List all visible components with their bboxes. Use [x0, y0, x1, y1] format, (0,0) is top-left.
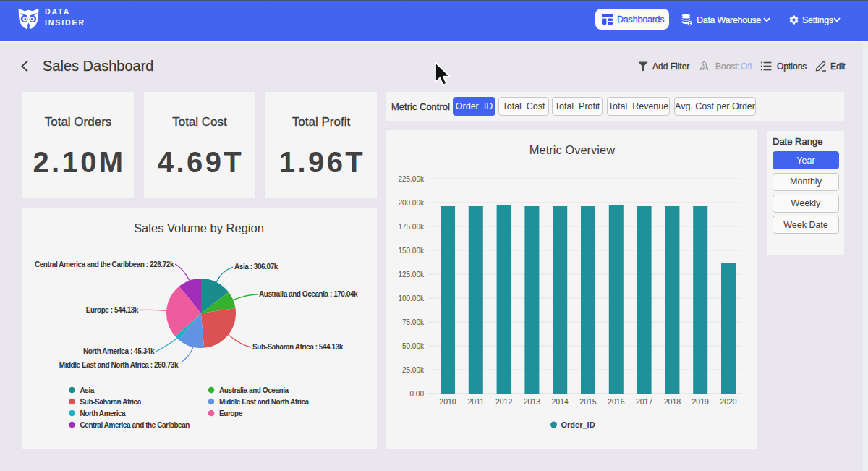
svg-text:Australia and Oceania: Australia and Oceania [219, 386, 289, 394]
svg-text:0.00: 0.00 [410, 390, 425, 398]
svg-text:2019: 2019 [692, 397, 710, 406]
svg-text:2018: 2018 [664, 397, 681, 406]
svg-text:Central America and the Caribb: Central America and the Caribbean : 226.… [35, 260, 174, 268]
svg-text:2020: 2020 [720, 397, 737, 406]
svg-text:2012: 2012 [495, 397, 513, 406]
svg-text:Asia: Asia [80, 386, 95, 394]
svg-text:2010: 2010 [439, 397, 456, 406]
svg-text:75.00k: 75.00k [402, 318, 425, 326]
svg-text:Europe: Europe [219, 410, 243, 417]
svg-text:Middle East and North Africa :: Middle East and North Africa : 260.73k [59, 361, 179, 369]
svg-text:Asia : 306.07k: Asia : 306.07k [234, 263, 278, 271]
svg-text:2017: 2017 [636, 397, 653, 406]
svg-text:150.00k: 150.00k [398, 247, 425, 255]
svg-text:Sales Volume by Region: Sales Volume by Region [134, 221, 264, 234]
svg-text:200.00k: 200.00k [398, 199, 425, 207]
svg-text:North America : 45.34k: North America : 45.34k [83, 347, 155, 355]
svg-text:2011: 2011 [468, 397, 485, 406]
svg-text:Metric Overview: Metric Overview [529, 143, 615, 156]
svg-text:175.00k: 175.00k [398, 223, 425, 231]
svg-text:225.00k: 225.00k [398, 175, 425, 183]
svg-text:Central America and the Caribb: Central America and the Caribbean [80, 421, 190, 429]
svg-text:Middle East and North Africa: Middle East and North Africa [219, 398, 310, 406]
svg-text:Order_ID: Order_ID [561, 420, 595, 429]
svg-text:North America: North America [80, 410, 127, 417]
svg-text:Europe : 544.13k: Europe : 544.13k [86, 306, 139, 314]
svg-text:125.00k: 125.00k [398, 271, 425, 279]
svg-text:Sub-Saharan Africa : 544.13k: Sub-Saharan Africa : 544.13k [252, 343, 344, 351]
svg-text:2015: 2015 [579, 397, 597, 406]
svg-text:2016: 2016 [608, 397, 625, 406]
svg-text:25.00k: 25.00k [402, 366, 425, 374]
svg-text:50.00k: 50.00k [402, 342, 425, 350]
svg-text:Sub-Saharan Africa: Sub-Saharan Africa [80, 398, 142, 406]
svg-text:2014: 2014 [552, 397, 569, 406]
svg-text:2013: 2013 [524, 397, 541, 406]
svg-text:100.00k: 100.00k [398, 294, 425, 302]
svg-text:Australia and Oceania : 170.04: Australia and Oceania : 170.04k [259, 290, 358, 298]
